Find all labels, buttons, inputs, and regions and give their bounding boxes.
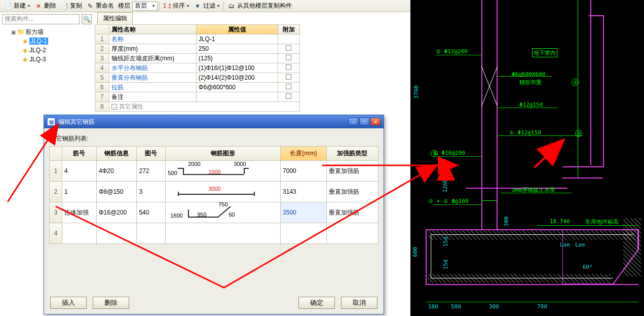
filter-icon: ▼	[194, 2, 202, 10]
property-row[interactable]: 7备注	[95, 92, 300, 102]
col-value-head: 属性值	[196, 25, 278, 34]
chevron-down-icon	[186, 5, 190, 7]
col-extra-head: 附加	[278, 25, 299, 34]
col-pic: 图号	[137, 147, 166, 161]
close-button[interactable]: ✕	[370, 118, 381, 126]
col-num-head	[95, 25, 109, 34]
new-icon: 📄	[4, 2, 12, 10]
cad-note-a: ② Φ12@200	[436, 48, 468, 55]
cad-note-b: Φ6@600X600	[512, 71, 545, 78]
chevron-down-icon	[152, 5, 155, 7]
component-icon: ◈	[21, 38, 28, 45]
chevron-down-icon	[217, 5, 220, 7]
col-shape: 钢筋图形	[166, 147, 281, 161]
property-row[interactable]: 1名称JLQ-1	[95, 34, 300, 44]
component-icon: ◈	[21, 47, 28, 54]
folder-icon: 📁	[17, 28, 24, 36]
ok-button[interactable]: 确定	[298, 297, 335, 309]
edit-rebar-dialog: ▦ 编辑其它钢筋 – □ ✕ 其它钢筋列表: 筋号 钢筋信息 图号 钢筋图形 长…	[44, 115, 384, 314]
tree-root-label: 剪力墙	[25, 28, 44, 37]
app-icon: ▦	[47, 118, 55, 126]
property-panel: 属性编辑 属性名称 属性值 附加 1名称JLQ-12厚度(mm)2503轴线距左…	[95, 12, 300, 112]
floor-combo[interactable]: 首层	[132, 2, 158, 11]
cad-note-h2: 车库地坪标高	[585, 218, 619, 226]
toolbar-separator	[223, 2, 224, 11]
filter-button[interactable]: ▼ 过滤	[192, 1, 222, 12]
dialog-title-text: 编辑其它钢筋	[58, 118, 95, 126]
dialog-subtitle: 其它钢筋列表:	[50, 134, 378, 143]
search-icon: 🔍	[83, 16, 91, 23]
property-row[interactable]: 2厚度(mm)250	[95, 44, 300, 54]
tree-item-jlq3[interactable]: ◈ JLQ-3	[3, 55, 91, 64]
tree-item-label: JLQ-3	[29, 56, 46, 63]
property-tab[interactable]: 属性编辑	[97, 12, 133, 24]
insert-button[interactable]: 插入	[50, 297, 87, 309]
floor-label: 楼层	[116, 1, 132, 12]
rebar-row[interactable]: 4	[50, 223, 378, 244]
copy-components-icon: 🗂	[228, 2, 236, 10]
col-name-head: 属性名称	[109, 25, 196, 34]
rebar-table: 筋号 钢筋信息 图号 钢筋图形 长度(mm) 加强筋类型 1 4 4Φ20 27…	[49, 146, 378, 244]
rename-icon: ✎	[86, 2, 94, 10]
circled-2-icon: ②	[572, 79, 579, 86]
tree-root[interactable]: ▣ 📁 剪力墙	[3, 27, 91, 37]
rebar-row[interactable]: 1 4 4Φ20 272 2000 3000 500 1000 7000 垂直加…	[50, 161, 378, 182]
property-row[interactable]: 8–其它属性	[95, 102, 300, 112]
cad-note-e: ① Φ16@200	[433, 150, 465, 156]
cad-note-box: 地下室内	[534, 49, 556, 57]
cad-note-f: ② + ① Φ@100	[428, 198, 469, 204]
search-button[interactable]: 🔍	[82, 14, 92, 24]
tree-item-jlq2[interactable]: ◈ JLQ-2	[3, 46, 91, 55]
hatch-fill	[428, 231, 636, 240]
copy-icon: 📑	[60, 2, 68, 10]
copy-button[interactable]: 📑 复制	[58, 1, 84, 12]
delete-button[interactable]: ✕ 删除	[32, 1, 58, 12]
dim-700: 700	[537, 303, 547, 310]
rebar-row[interactable]: 2 1 Φ8@150 3 3000 3143 垂直加强筋	[50, 182, 378, 202]
dim-3760: 3760	[413, 85, 420, 99]
component-tree: ▣ 📁 剪力墙 ◈ JLQ-1 ◈ JLQ-2 ◈ JLQ-3	[0, 26, 94, 65]
delete-rebar-button[interactable]: 删除	[93, 297, 129, 309]
dialog-titlebar[interactable]: ▦ 编辑其它钢筋 – □ ✕	[44, 115, 384, 128]
dim-500: 500	[451, 303, 461, 310]
new-button[interactable]: 📄 新建	[2, 1, 32, 12]
toolbar-separator	[159, 2, 160, 11]
rebar-row[interactable]: 3 连体加强 Φ16@200 540 1800 950 750 60 3500 …	[50, 202, 378, 223]
dim-180: 180	[428, 303, 438, 310]
cad-note-h: 18.740	[550, 218, 570, 225]
property-row[interactable]: 4水平分布钢筋(1)Φ16/(1)Φ12@100	[95, 63, 300, 73]
hatch-fill	[623, 218, 641, 276]
collapse-icon[interactable]: ▣	[11, 29, 16, 35]
tree-item-label: JLQ-1	[29, 38, 48, 45]
property-row[interactable]: 6拉筋Φ6@600*600	[95, 83, 300, 92]
cad-viewport[interactable]: 地下室内 ② Φ12@200 Φ6@600X600 梯形布置 Φ12@150 ①…	[410, 0, 644, 316]
sort-label: 排序	[173, 2, 185, 10]
search-input[interactable]: 搜索构件...	[2, 14, 80, 24]
cancel-button[interactable]: 取消	[341, 297, 377, 309]
circled-1-icon: ①	[431, 150, 438, 157]
dim-1260: 1260	[442, 179, 448, 193]
sort-button[interactable]: ↧↥ 排序	[161, 1, 192, 12]
copy-from-floor-button[interactable]: 🗂 从其他楼层复制构件	[225, 1, 294, 12]
maximize-button[interactable]: □	[359, 118, 369, 126]
property-row[interactable]: 3轴线距左墙皮距离(mm)(125)	[95, 54, 300, 63]
brace-icon	[481, 66, 498, 107]
component-icon: ◈	[21, 56, 28, 63]
col-id: 筋号	[62, 147, 96, 161]
col-rownum	[50, 147, 62, 161]
rename-button[interactable]: ✎ 重命名	[84, 1, 116, 12]
col-info: 钢筋信息	[97, 147, 137, 161]
property-table: 属性名称 属性值 附加 1名称JLQ-12厚度(mm)2503轴线距左墙皮距离(…	[95, 24, 300, 112]
property-row[interactable]: 5垂直分布钢筋(2)Φ14/(2)Φ10@200	[95, 73, 300, 83]
floor-value: 首层	[135, 2, 147, 10]
dim-angle: 60°	[583, 264, 593, 270]
main-toolbar: 📄 新建 ✕ 删除 📑 复制 ✎ 重命名 楼层 首层 ↧↥ 排序 ▼ 过滤 🗂 …	[0, 0, 410, 12]
copy-label: 复制	[70, 2, 82, 10]
tree-item-jlq1[interactable]: ◈ JLQ-1	[3, 37, 91, 46]
dim-lae-b: Lae	[575, 241, 585, 248]
copy-from-label: 从其他楼层复制构件	[237, 2, 292, 10]
dim-300v: 300	[503, 217, 510, 227]
dim-300: 300	[489, 303, 499, 310]
minimize-button[interactable]: –	[348, 118, 358, 126]
sort-icon: ↧↥	[163, 2, 171, 10]
